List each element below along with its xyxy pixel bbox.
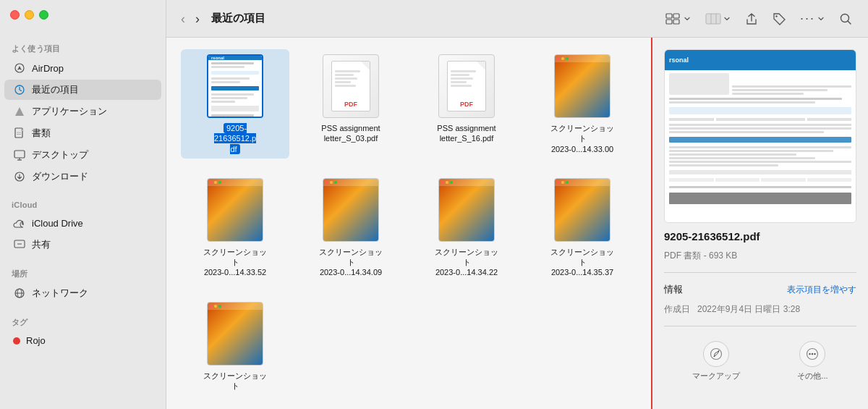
sidebar-item-icloud-drive[interactable]: iCloud Drive bbox=[4, 213, 161, 233]
file-item[interactable]: PDF PSS assignmentletter_S_16.pdf bbox=[412, 49, 521, 159]
more-button[interactable]: ··· bbox=[796, 8, 829, 29]
sidebar-item-airdrop[interactable]: AirDrop bbox=[4, 58, 161, 78]
svg-point-28 bbox=[814, 353, 816, 355]
file-icon-wrapper bbox=[438, 177, 495, 243]
divider bbox=[664, 272, 856, 273]
svg-line-23 bbox=[848, 21, 851, 24]
svg-rect-18 bbox=[706, 14, 720, 24]
preview-info-row: 情報 表示項目を増やす bbox=[664, 283, 856, 296]
sidebar-item-documents[interactable]: 書類 bbox=[4, 123, 161, 143]
file-icon-wrapper: rsonal bbox=[206, 54, 264, 119]
file-icon-wrapper bbox=[206, 177, 264, 243]
recents-icon bbox=[13, 83, 26, 96]
view-grid-button[interactable] bbox=[661, 10, 695, 28]
file-item[interactable]: スクリーンショット2023-0...14.33.52 bbox=[181, 173, 289, 282]
sidebar-item-tag-red-label: Rojo bbox=[26, 335, 46, 346]
file-icon-wrapper bbox=[322, 177, 380, 243]
network-icon bbox=[13, 287, 26, 300]
sidebar-item-network[interactable]: ネットワーク bbox=[4, 283, 161, 303]
maximize-button[interactable] bbox=[39, 10, 48, 20]
sidebar-item-desktop[interactable]: デスクトップ bbox=[4, 145, 161, 165]
sidebar-item-icloud-drive-label: iCloud Drive bbox=[32, 218, 83, 229]
preview-doc-body bbox=[665, 70, 856, 222]
airdrop-icon bbox=[13, 62, 26, 75]
file-item[interactable]: PDF PSS assignmentletter_S_03.pdf bbox=[297, 49, 405, 159]
file-thumbnail: PDF bbox=[438, 54, 495, 118]
file-icon-wrapper bbox=[553, 54, 611, 119]
file-label: スクリーンショット bbox=[203, 371, 268, 392]
file-label: スクリーンショット2023-0...14.35.37 bbox=[550, 247, 615, 278]
file-icon-wrapper bbox=[206, 301, 264, 366]
sidebar-item-applications[interactable]: アプリケーション bbox=[4, 101, 161, 122]
sidebar-item-downloads[interactable]: ダウンロード bbox=[4, 166, 161, 187]
file-thumbnail bbox=[323, 178, 379, 242]
svg-rect-15 bbox=[666, 20, 672, 24]
file-icon-wrapper: PDF bbox=[438, 54, 495, 119]
file-thumbnail bbox=[207, 302, 263, 366]
preview-meta-created: 作成日 2022年9月4日 日曜日 3:28 bbox=[664, 303, 856, 316]
sidebar-section-icloud: iCloud bbox=[0, 193, 166, 212]
preview-filename: 9205-21636512.pdf bbox=[664, 230, 856, 243]
file-label: PSS assignmentletter_S_03.pdf bbox=[321, 123, 380, 144]
sidebar-item-downloads-label: ダウンロード bbox=[32, 170, 88, 183]
toolbar-nav: ‹ › bbox=[178, 11, 203, 27]
preview-actions: マークアップ その他... bbox=[664, 341, 856, 381]
sidebar-section-tags: タグ bbox=[0, 310, 166, 331]
file-item[interactable]: スクリーンショット2023-0...14.33.00 bbox=[528, 49, 637, 159]
svg-point-26 bbox=[809, 353, 811, 355]
sidebar: よく使う項目 AirDrop 最近の項目 アプリケーション bbox=[0, 0, 166, 409]
view-columns-button[interactable] bbox=[701, 10, 735, 28]
sidebar-section-locations: 場所 bbox=[0, 261, 166, 282]
file-item[interactable]: スクリーンショット2023-0...14.34.22 bbox=[412, 173, 521, 282]
search-button[interactable] bbox=[835, 9, 856, 28]
preview-info-label: 情報 bbox=[664, 283, 683, 296]
toolbar: ‹ › 最近の項目 bbox=[166, 0, 868, 38]
sidebar-section-favorites: よく使う項目 bbox=[0, 36, 166, 57]
file-icon-wrapper: PDF bbox=[322, 54, 380, 119]
file-item[interactable]: rsonal bbox=[181, 49, 289, 159]
markup-label: マークアップ bbox=[692, 371, 740, 381]
preview-more-info-link[interactable]: 表示項目を増やす bbox=[787, 284, 856, 296]
file-label: スクリーンショット2023-0...14.33.52 bbox=[203, 247, 268, 278]
preview-doc-header: rsonal bbox=[665, 50, 856, 70]
tag-button[interactable] bbox=[768, 9, 790, 28]
file-item[interactable]: スクリーンショット2023-0...14.35.37 bbox=[528, 173, 637, 282]
preview-image: rsonal bbox=[664, 49, 856, 223]
file-label: スクリーンショット2023-0...14.34.09 bbox=[318, 247, 383, 278]
more-actions-button[interactable]: その他... bbox=[797, 341, 827, 381]
file-label: PSS assignmentletter_S_16.pdf bbox=[437, 123, 495, 144]
file-thumbnail bbox=[207, 178, 263, 242]
svg-rect-5 bbox=[14, 151, 25, 158]
svg-point-24 bbox=[711, 349, 722, 360]
sidebar-item-tag-red[interactable]: Rojo bbox=[4, 332, 161, 350]
file-item[interactable]: スクリーンショット bbox=[181, 297, 289, 396]
more-actions-label: その他... bbox=[797, 371, 827, 381]
sidebar-item-applications-label: アプリケーション bbox=[32, 105, 107, 118]
content-area: rsonal bbox=[166, 38, 868, 409]
share-button[interactable] bbox=[741, 9, 762, 28]
divider-2 bbox=[664, 326, 856, 326]
file-item[interactable]: スクリーンショット2023-0...14.34.09 bbox=[297, 173, 405, 282]
svg-point-27 bbox=[812, 353, 813, 355]
sidebar-item-documents-label: 書類 bbox=[32, 127, 51, 140]
markup-button[interactable]: マークアップ bbox=[692, 341, 740, 381]
close-button[interactable] bbox=[10, 10, 20, 20]
preview-filetype: PDF 書類 - 693 KB bbox=[664, 250, 856, 262]
sidebar-item-desktop-label: デスクトップ bbox=[32, 148, 88, 161]
sidebar-item-recents[interactable]: 最近の項目 bbox=[4, 80, 161, 100]
more-actions-icon bbox=[799, 341, 825, 367]
tag-red-dot bbox=[13, 337, 20, 345]
downloads-icon bbox=[13, 170, 26, 183]
file-label: スクリーンショット2023-0...14.34.22 bbox=[434, 247, 499, 278]
file-grid: rsonal bbox=[166, 38, 651, 409]
sidebar-item-shared-label: 共有 bbox=[32, 238, 51, 251]
file-thumbnail: rsonal bbox=[207, 54, 263, 118]
back-button[interactable]: ‹ bbox=[178, 11, 188, 27]
sidebar-item-shared[interactable]: 共有 bbox=[4, 235, 161, 255]
file-thumbnail bbox=[554, 54, 610, 118]
forward-button[interactable]: › bbox=[192, 11, 203, 27]
icloud-drive-icon bbox=[13, 216, 26, 229]
sidebar-item-network-label: ネットワーク bbox=[32, 287, 88, 300]
preview-created-label: 作成日 bbox=[664, 304, 690, 314]
minimize-button[interactable] bbox=[25, 10, 34, 20]
